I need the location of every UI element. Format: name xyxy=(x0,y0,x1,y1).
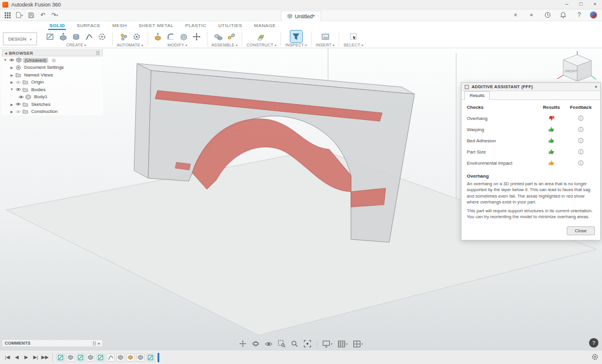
new-sketch-tool[interactable] xyxy=(45,31,56,42)
look-at-icon[interactable] xyxy=(265,341,272,347)
dialog-header[interactable]: ADDITIVE ASSISTANT (FFF) » xyxy=(461,83,600,91)
expand-caret-icon[interactable]: ▶ xyxy=(9,109,14,113)
visibility-eye-icon[interactable] xyxy=(15,80,21,85)
timeline-settings-gear-icon[interactable] xyxy=(591,353,598,362)
visibility-eye-icon[interactable] xyxy=(15,87,21,92)
close-tab-icon[interactable]: × xyxy=(510,11,521,20)
info-icon[interactable] xyxy=(578,115,584,121)
expand-caret-icon[interactable]: ▼ xyxy=(3,58,8,62)
undo-icon[interactable]: ↶ xyxy=(38,11,48,20)
browser-item-body1[interactable]: Body1 xyxy=(2,93,103,101)
help-icon[interactable]: ? xyxy=(574,11,584,20)
tab-mesh[interactable]: MESH xyxy=(111,22,128,30)
tab-solid[interactable]: SOLID xyxy=(48,22,66,30)
browser-item-root[interactable]: ▼ (Unsaved) ◎ xyxy=(2,56,103,64)
visibility-eye-icon[interactable] xyxy=(9,58,15,62)
timeline-step-forward-icon[interactable]: ▶| xyxy=(32,355,39,360)
group-label-modify[interactable]: MODIFY xyxy=(168,43,184,47)
joint-tool[interactable] xyxy=(225,31,237,42)
info-icon[interactable] xyxy=(578,126,584,132)
tab-plastic[interactable]: PLASTIC xyxy=(184,22,208,30)
comments-panel[interactable]: COMMENTS ▸ xyxy=(2,339,103,347)
expand-panel-icon[interactable]: ▸ xyxy=(98,341,100,345)
zoom-window-icon[interactable] xyxy=(277,340,285,348)
app-menu-grid-icon[interactable] xyxy=(2,11,13,20)
redo-icon[interactable]: ↷▾ xyxy=(49,11,60,20)
info-icon[interactable] xyxy=(578,138,584,143)
timeline-skip-end-icon[interactable]: ▶▶ xyxy=(41,355,49,360)
sweep-tool[interactable] xyxy=(83,31,95,42)
fillet-tool[interactable] xyxy=(165,31,177,42)
new-component-tool[interactable] xyxy=(212,31,224,42)
expand-caret-icon[interactable]: ▶ xyxy=(9,80,14,84)
timeline-feature-extrude-icon[interactable] xyxy=(116,353,125,362)
group-label-create[interactable]: CREATE xyxy=(66,43,83,47)
configure-tool[interactable] xyxy=(131,31,142,42)
browser-item-origin[interactable]: ▶ Origin xyxy=(2,79,103,86)
user-avatar[interactable] xyxy=(590,11,597,19)
press-pull-tool[interactable] xyxy=(152,31,164,42)
insert-canvas-tool[interactable] xyxy=(319,31,331,42)
coil-tool[interactable] xyxy=(96,31,108,42)
timeline-feature-sketch-icon[interactable] xyxy=(96,353,105,362)
group-label-insert[interactable]: INSERT xyxy=(316,43,332,47)
expand-caret-icon[interactable]: ▼ xyxy=(9,88,14,91)
select-tool[interactable] xyxy=(347,31,359,42)
collapse-panel-icon[interactable]: ◂ xyxy=(5,51,7,56)
pan-icon[interactable] xyxy=(239,340,246,348)
group-label-construct[interactable]: CONSTRUCT xyxy=(246,43,273,47)
multi-view-icon[interactable]: ▾ xyxy=(353,340,363,348)
expand-caret-icon[interactable]: ▶ xyxy=(9,102,14,106)
document-tab[interactable]: Untitled* xyxy=(280,11,321,21)
construction-plane-tool[interactable] xyxy=(256,31,267,42)
file-menu-icon[interactable]: ▾ xyxy=(14,11,25,20)
browser-item-bodies[interactable]: ▼ Bodies xyxy=(2,86,103,93)
maximize-icon[interactable]: □ xyxy=(574,0,588,9)
display-settings-icon[interactable]: ▾ xyxy=(322,340,332,348)
timeline-skip-start-icon[interactable]: |◀ xyxy=(4,355,11,360)
timeline-feature-sketch-icon[interactable] xyxy=(56,353,65,362)
tab-sheet-metal[interactable]: SHEET METAL xyxy=(138,22,175,30)
group-label-select[interactable]: SELECT xyxy=(343,43,360,47)
group-label-assemble[interactable]: ASSEMBLE xyxy=(212,43,235,47)
job-status-icon[interactable] xyxy=(542,11,553,20)
timeline-feature-modify-icon[interactable] xyxy=(126,353,135,362)
move-tool[interactable] xyxy=(191,31,203,42)
browser-item-construction[interactable]: ▶ Construction xyxy=(2,108,103,116)
timeline-step-back-icon[interactable]: ◀ xyxy=(13,355,21,360)
workspace-switcher[interactable]: DESIGN ▾ xyxy=(3,32,37,45)
save-icon[interactable] xyxy=(26,11,36,20)
fit-view-icon[interactable] xyxy=(303,340,311,348)
grip-dots-icon[interactable] xyxy=(96,51,100,55)
expand-caret-icon[interactable]: ▶ xyxy=(9,65,14,69)
tab-utilities[interactable]: UTILITIES xyxy=(217,22,243,30)
tab-manage[interactable]: MANAGE xyxy=(253,22,277,30)
automate-bot-tool[interactable] xyxy=(118,31,129,42)
assistant-bubble[interactable]: ? xyxy=(589,338,598,348)
timeline-feature-sweep-icon[interactable] xyxy=(106,353,115,362)
timeline-feature-sketch-icon[interactable] xyxy=(76,353,85,362)
grip-dots-icon[interactable] xyxy=(92,341,96,346)
group-label-automate[interactable]: AUTOMATE xyxy=(117,43,141,47)
activate-component-radio-icon[interactable]: ◎ xyxy=(52,58,56,63)
expand-caret-icon[interactable]: ▶ xyxy=(9,73,14,77)
browser-item-named-views[interactable]: ▶ Named Views xyxy=(2,71,103,79)
zoom-icon[interactable] xyxy=(290,340,298,348)
visibility-eye-icon[interactable] xyxy=(18,95,24,99)
notifications-bell-icon[interactable] xyxy=(558,11,568,20)
orbit-icon[interactable] xyxy=(252,340,259,348)
timeline-feature-sketch-icon[interactable] xyxy=(146,353,155,362)
timeline-position-marker[interactable] xyxy=(158,353,159,362)
timeline-feature-extrude-icon[interactable] xyxy=(66,353,75,362)
visibility-eye-icon[interactable] xyxy=(15,109,21,114)
browser-header[interactable]: ◂ BROWSER xyxy=(2,49,103,56)
browser-item-sketches[interactable]: ▶ Sketches xyxy=(2,101,103,108)
minimize-icon[interactable]: – xyxy=(560,0,574,9)
timeline-play-icon[interactable]: ▶ xyxy=(22,355,30,360)
close-icon[interactable]: × xyxy=(588,0,602,9)
info-icon[interactable] xyxy=(578,160,584,166)
additive-assistant-tool[interactable] xyxy=(290,31,302,42)
undock-panel-icon[interactable]: » xyxy=(595,84,597,89)
visibility-eye-icon[interactable] xyxy=(15,102,21,106)
tab-results[interactable]: Results xyxy=(464,91,490,100)
